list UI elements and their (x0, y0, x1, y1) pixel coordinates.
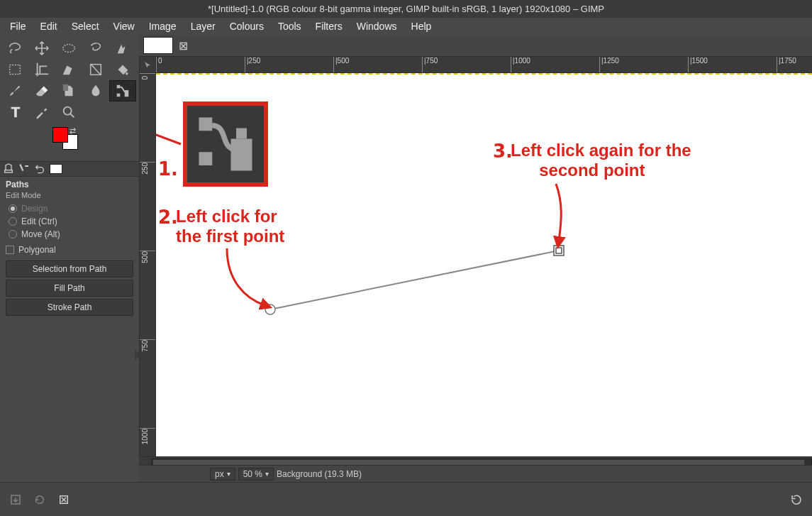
color-picker-icon[interactable] (28, 101, 55, 123)
eraser-icon[interactable] (28, 80, 55, 101)
svg-point-7 (64, 107, 72, 115)
swap-colors-icon[interactable]: ⇄ (69, 126, 76, 136)
svg-rect-16 (236, 128, 247, 139)
menu-bar: File Edit Select View Image Layer Colour… (0, 18, 812, 35)
zoom-tool-icon[interactable] (55, 101, 82, 123)
bucket-fill-icon[interactable] (109, 59, 136, 80)
radio-edit[interactable]: Edit (Ctrl) (6, 215, 133, 228)
svg-rect-15 (231, 139, 252, 171)
move-tool-icon[interactable] (28, 38, 55, 59)
reset-options-icon[interactable] (789, 493, 803, 507)
radio-design[interactable]: Design (6, 202, 133, 215)
paths-tool-icon[interactable] (109, 80, 136, 101)
svg-point-0 (63, 45, 75, 53)
close-tab-icon[interactable]: ⊠ (179, 39, 188, 53)
restore-options-icon[interactable] (33, 493, 47, 507)
status-layer-info: Background (19.3 MB) (277, 469, 362, 479)
menu-edit[interactable]: Edit (33, 18, 65, 34)
callout-paths-tool (183, 101, 268, 187)
unit-select[interactable]: px▾ (210, 468, 235, 481)
svg-line-9 (270, 251, 559, 309)
menu-select[interactable]: Select (65, 18, 106, 34)
tool-options-title: Paths (6, 180, 133, 190)
delete-options-icon[interactable] (57, 493, 71, 507)
fuzzy-select-icon[interactable] (109, 38, 136, 59)
menu-filters[interactable]: Filters (308, 18, 350, 34)
paintbrush-icon[interactable] (1, 80, 28, 101)
menu-tools[interactable]: Tools (271, 18, 308, 34)
text-tool-icon[interactable] (1, 101, 28, 123)
checkbox-polygonal[interactable]: Polygonal (6, 245, 133, 255)
canvas-area: ⊠ 0 |250 |500 |750 |1000 |1250 |1500 |17… (139, 35, 812, 482)
svg-rect-3 (63, 84, 68, 91)
device-status-tab-icon[interactable] (18, 163, 30, 176)
image-tab-strip: ⊠ (139, 35, 812, 56)
menu-image[interactable]: Image (142, 18, 184, 34)
ellipse-select-icon[interactable] (55, 38, 82, 59)
edit-mode-label: Edit Mode (6, 191, 133, 199)
zoom-select[interactable]: 50 %▾ (238, 468, 274, 481)
free-select-icon[interactable] (82, 38, 109, 59)
svg-rect-5 (117, 94, 121, 97)
svg-rect-13 (199, 118, 213, 131)
stroke-path-button[interactable]: Stroke Path (6, 299, 133, 316)
warp-tool-icon[interactable] (82, 59, 109, 80)
clone-tool-icon[interactable] (55, 80, 82, 101)
lasso-split-icon[interactable] (1, 38, 28, 59)
radio-move[interactable]: Move (Alt) (6, 228, 133, 241)
vertical-ruler[interactable]: 0 250 500 750 1000 (139, 73, 156, 456)
ruler-origin-marker (135, 350, 142, 360)
toolbox (0, 35, 139, 123)
save-options-icon[interactable] (9, 493, 23, 507)
svg-rect-8 (5, 170, 13, 172)
menu-view[interactable]: View (106, 18, 142, 34)
menu-file[interactable]: File (3, 18, 33, 34)
images-tab-icon[interactable] (50, 164, 62, 174)
menu-colours[interactable]: Colours (223, 18, 271, 34)
bottom-icon-bar (0, 482, 812, 516)
canvas[interactable]: 1. 2. Left click for the first point 3. … (156, 73, 812, 456)
menu-help[interactable]: Help (404, 18, 439, 34)
left-dock: ⇄ Paths Edit Mode Design Edit (Ctrl) Mov… (0, 35, 139, 482)
image-tab[interactable] (143, 37, 173, 54)
svg-rect-14 (199, 152, 213, 165)
svg-point-10 (265, 304, 275, 314)
transform-tool-icon[interactable] (55, 59, 82, 80)
tool-options-tab-icon[interactable] (3, 163, 14, 176)
undo-history-tab-icon[interactable] (34, 163, 45, 176)
svg-rect-1 (10, 65, 21, 75)
svg-rect-6 (125, 90, 129, 97)
window-title: *[Untitled]-1.0 (RGB colour 8-bit gamma … (208, 4, 604, 14)
color-swatch[interactable]: ⇄ (52, 127, 87, 155)
menu-windows[interactable]: Windows (350, 18, 404, 34)
fill-path-button[interactable]: Fill Path (6, 280, 133, 297)
selection-from-path-button[interactable]: Selection from Path (6, 260, 133, 278)
tool-options: Paths Edit Mode Design Edit (Ctrl) Move … (0, 177, 139, 321)
foreground-color[interactable] (52, 127, 68, 143)
dock-tab-strip (0, 161, 139, 177)
canvas-viewport[interactable]: 1. 2. Left click for the first point 3. … (156, 73, 812, 456)
status-bar: px▾ 50 %▾ Background (19.3 MB) (139, 465, 812, 482)
svg-rect-11 (554, 246, 564, 256)
window-titlebar: *[Untitled]-1.0 (RGB colour 8-bit gamma … (0, 0, 812, 18)
rectangle-select-icon[interactable] (1, 59, 28, 80)
menu-layer[interactable]: Layer (184, 18, 223, 34)
horizontal-ruler[interactable]: 0 |250 |500 |750 |1000 |1250 |1500 |1750 (156, 56, 812, 73)
ruler-corner[interactable] (139, 56, 156, 73)
svg-rect-4 (117, 85, 121, 89)
smudge-tool-icon[interactable] (82, 80, 109, 101)
crop-tool-icon[interactable] (28, 59, 55, 80)
